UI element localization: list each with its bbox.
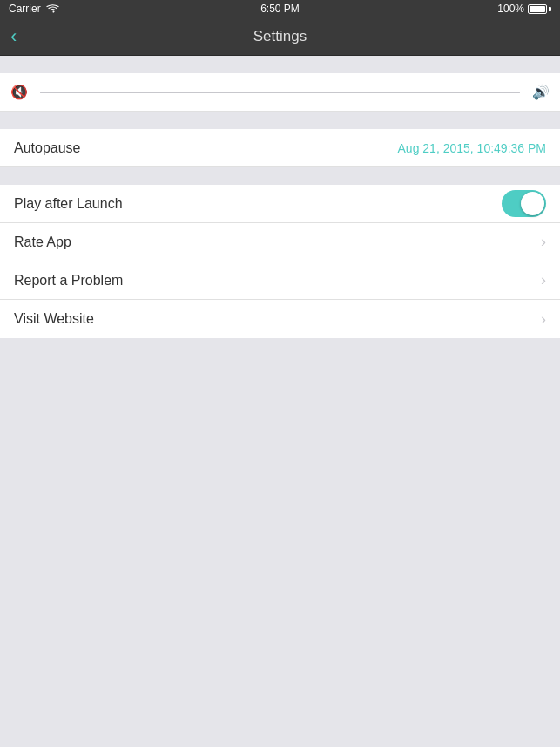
status-right: 100%	[497, 3, 551, 15]
visit-website-chevron: ›	[541, 310, 546, 329]
autopause-label: Autopause	[14, 140, 81, 156]
volume-slider-fill	[40, 92, 520, 93]
status-time: 6:50 PM	[260, 3, 300, 15]
wifi-icon	[46, 4, 59, 14]
section-spacer-2	[0, 112, 560, 129]
volume-max-icon: 🔊	[532, 84, 550, 100]
nav-bar: ‹ Settings	[0, 17, 560, 56]
status-left: Carrier	[9, 3, 59, 15]
volume-row: 🔇 🔊	[0, 73, 560, 112]
play-after-launch-toggle-container	[502, 190, 546, 217]
section-spacer-3	[0, 167, 560, 185]
toggle-thumb	[521, 192, 544, 215]
report-problem-label: Report a Problem	[14, 273, 123, 289]
visit-website-label: Visit Website	[14, 311, 94, 327]
report-problem-chevron: ›	[541, 271, 546, 289]
nav-title: Settings	[253, 28, 307, 45]
visit-website-row[interactable]: Visit Website ›	[0, 300, 560, 338]
rate-app-row[interactable]: Rate App ›	[0, 223, 560, 261]
volume-min-icon: 🔇	[10, 84, 28, 100]
play-after-launch-toggle[interactable]	[502, 190, 546, 217]
volume-slider-track[interactable]	[40, 92, 520, 93]
battery-percent-label: 100%	[497, 3, 524, 15]
rate-app-label: Rate App	[14, 234, 71, 250]
settings-rows-section: Play after Launch Rate App › Report a Pr…	[0, 185, 560, 338]
section-spacer-top	[0, 56, 560, 73]
rate-app-chevron: ›	[541, 233, 546, 251]
bottom-spacer	[0, 338, 560, 747]
carrier-label: Carrier	[9, 3, 41, 15]
play-after-launch-label: Play after Launch	[14, 196, 123, 212]
play-after-launch-row: Play after Launch	[0, 185, 560, 223]
back-button[interactable]: ‹	[10, 27, 17, 46]
battery-icon	[528, 4, 551, 14]
report-problem-row[interactable]: Report a Problem ›	[0, 261, 560, 300]
autopause-value: Aug 21, 2015, 10:49:36 PM	[398, 141, 546, 155]
autopause-row: Autopause Aug 21, 2015, 10:49:36 PM	[0, 129, 560, 167]
status-bar: Carrier 6:50 PM 100%	[0, 0, 560, 17]
